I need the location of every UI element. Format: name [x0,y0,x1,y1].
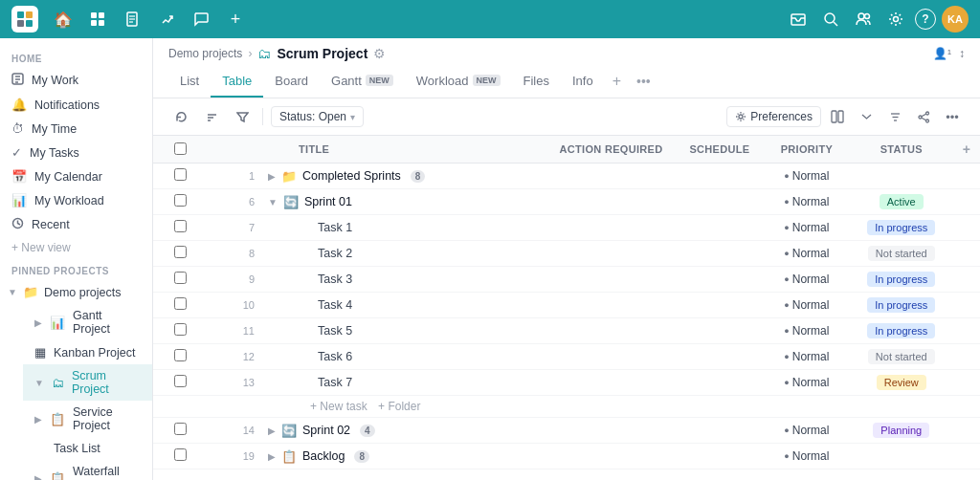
row-status: Not started [850,241,953,267]
table-row: 13 Task 7 ● Normal Review [153,370,980,396]
row-checkbox[interactable] [174,423,187,435]
sidebar-item-notifications[interactable]: 🔔 Notifications [0,93,152,117]
docs-nav-icon[interactable] [119,6,145,33]
row-checkbox[interactable] [174,246,187,258]
col-checkbox [153,136,207,164]
status-filter[interactable]: Status: Open ▾ [271,106,364,127]
sidebar-item-service-project[interactable]: ▶ 📋 Service Project [23,401,152,437]
project-settings-icon[interactable]: ⚙ [373,46,386,61]
people-icon[interactable] [850,6,877,33]
row-checkbox[interactable] [174,323,187,336]
projects-nav-icon[interactable] [84,6,111,33]
row-checkbox[interactable] [174,194,187,207]
sidebar-item-my-calendar[interactable]: 📅 My Calendar [0,164,152,188]
row-expand-icon[interactable]: ▼ [268,197,278,207]
new-view-button[interactable]: + New view [0,237,152,258]
row-schedule [676,164,765,189]
sidebar-item-gantt-project[interactable]: ▶ 📊 Gantt Project [23,304,152,340]
row-expand-icon[interactable]: ▶ [268,451,276,462]
add-folder-button[interactable]: + Folder [378,400,420,413]
home-nav-icon[interactable]: 🏠 [50,6,77,33]
row-schedule [676,344,765,370]
tab-files[interactable]: Files [512,66,561,98]
refresh-button[interactable] [168,104,193,129]
add-task-button[interactable]: + New task [310,400,368,413]
help-icon[interactable]: ? [915,9,936,30]
svg-line-36 [922,118,926,120]
row-checkbox-cell [153,418,207,444]
service-project-label: Service Project [73,405,141,432]
avatar[interactable]: KA [942,6,969,33]
app-logo[interactable] [11,6,38,33]
row-num: 10 [207,293,260,318]
more-options-button[interactable]: ••• [940,104,965,129]
sidebar-item-task-list[interactable]: Task List [23,437,152,460]
row-title-cell: Task 4 [260,293,676,318]
row-badge: 4 [360,425,375,437]
col-add[interactable]: + [953,136,980,164]
gantt-project-label: Gantt Project [73,309,141,336]
row-checkbox[interactable] [174,375,187,387]
tab-add-button[interactable]: + [605,65,629,98]
filter-alt-button[interactable] [230,104,255,129]
chevron-down-active-icon: ▼ [34,378,44,388]
sidebar: HOME My Work 🔔 Notifications ⏱ My Time ✓… [0,38,153,480]
table-row: 19 ▶ 📋 Backlog 8 ● Normal [153,444,980,469]
svg-rect-3 [26,20,33,27]
col-priority: PRIORITY [764,136,849,164]
row-checkbox[interactable] [174,297,187,310]
search-icon[interactable] [817,6,844,33]
breadcrumb: Demo projects › 🗂 Scrum Project ⚙ 👤¹ ↕ [153,38,980,65]
chat-nav-icon[interactable] [188,6,214,33]
resize-button[interactable] [854,104,879,129]
row-status: In progress [850,267,953,293]
sidebar-item-my-time[interactable]: ⏱ My Time [0,117,152,141]
tab-more-button[interactable]: ••• [629,66,658,97]
svg-rect-6 [91,20,97,26]
gear-icon[interactable] [882,6,909,33]
tab-info[interactable]: Info [561,66,605,98]
top-nav-right: ? KA [785,6,969,33]
row-checkbox[interactable] [174,349,187,361]
svg-rect-5 [99,12,104,18]
row-checkbox[interactable] [174,272,187,284]
add-nav-icon[interactable]: + [222,6,249,33]
tab-workload[interactable]: Workload NEW [405,66,512,98]
tab-list[interactable]: List [168,66,211,98]
goals-nav-icon[interactable] [153,6,180,33]
sort-button[interactable] [199,104,224,129]
columns-button[interactable] [825,104,850,129]
row-checkbox[interactable] [174,220,187,232]
sidebar-item-my-work[interactable]: My Work [0,68,152,93]
row-expand-icon[interactable]: ▶ [268,425,276,436]
tab-table[interactable]: Table [211,66,263,98]
preferences-button[interactable]: Preferences [726,106,821,127]
row-title-cell: Task 1 [260,215,676,241]
priority-dot: ● [784,223,789,232]
row-expand-icon[interactable]: ▶ [268,171,276,182]
sidebar-item-my-workload-label: My Workload [34,194,104,207]
inbox-icon[interactable] [785,6,812,33]
row-priority: ● Normal [764,318,849,344]
breadcrumb-parent[interactable]: Demo projects [168,47,242,60]
row-checkbox[interactable] [174,168,187,181]
table-row: 9 Task 3 ● Normal In progress [153,267,980,293]
row-add [953,267,980,293]
sidebar-item-scrum-project[interactable]: ▼ 🗂 Scrum Project [23,364,152,401]
filter-button[interactable] [882,104,907,129]
tab-gantt[interactable]: Gantt NEW [320,66,405,98]
tab-board[interactable]: Board [263,66,320,98]
sidebar-item-recent[interactable]: Recent [0,212,152,237]
share-button[interactable] [911,104,936,129]
svg-rect-1 [26,11,33,18]
sidebar-item-kanban-project[interactable]: ▦ Kanban Project [23,340,152,364]
row-checkbox-cell [153,318,207,344]
row-checkbox[interactable] [174,448,187,461]
sidebar-item-demo-projects[interactable]: ▼ 📁 Demo projects [0,280,152,304]
row-checkbox-cell [153,344,207,370]
sidebar-item-my-tasks[interactable]: ✓ My Tasks [0,141,152,164]
row-add [953,444,980,469]
sidebar-item-my-workload[interactable]: 📊 My Workload [0,188,152,212]
sidebar-item-waterfall[interactable]: ▶ 📋 Waterfall project [23,460,152,480]
select-all-checkbox[interactable] [174,142,187,155]
